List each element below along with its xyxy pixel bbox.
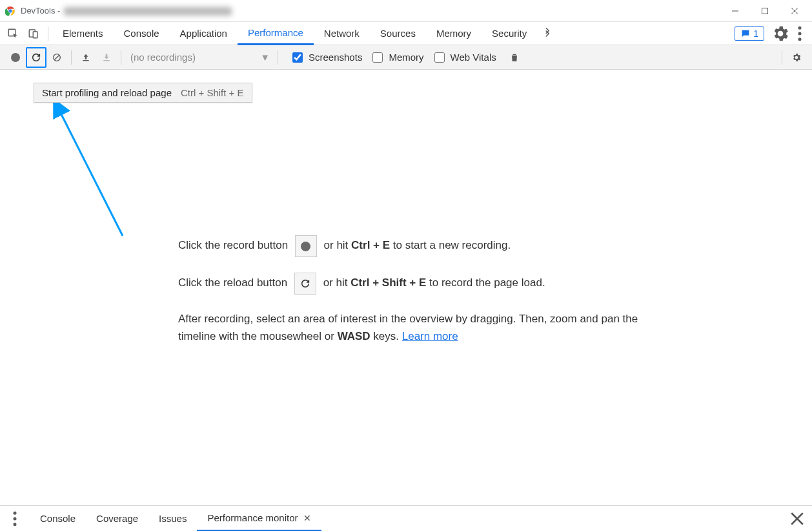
inline-reload-icon [294,273,316,295]
tooltip-text: Start profiling and reload page [42,87,172,98]
load-profile-button[interactable] [76,47,96,68]
kbd-ctrl-e: Ctrl + E [351,239,390,251]
screenshots-label: Screenshots [309,52,362,63]
tab-elements[interactable]: Elements [52,22,114,45]
inline-record-icon [295,235,317,257]
performance-panel-content: Click the record button or hit Ctrl + E … [0,70,812,505]
window-close-button[interactable] [780,1,809,21]
kebab-menu-icon[interactable] [790,24,809,43]
svg-point-6 [798,26,802,29]
memory-label: Memory [389,52,423,63]
window-title: DevTools - [21,6,232,16]
svg-point-12 [14,517,17,520]
save-profile-button[interactable] [96,47,117,68]
instructions: Click the record button or hit Ctrl + E … [178,235,643,360]
drawer-kebab-icon[interactable] [5,509,25,528]
instruction-zoom: After recording, select an area of inter… [178,310,643,345]
drawer-tab-performance-monitor[interactable]: Performance monitor ✕ [197,506,321,531]
web-vitals-label: Web Vitals [451,52,496,63]
svg-rect-2 [762,8,768,14]
close-drawer-button[interactable] [787,509,807,528]
issues-count: 1 [753,28,758,39]
memory-checkbox[interactable]: Memory [370,50,423,65]
inspect-element-icon[interactable] [3,23,23,44]
tab-sources[interactable]: Sources [370,22,426,45]
tab-memory[interactable]: Memory [426,22,482,45]
more-tabs-icon[interactable] [537,23,558,44]
clear-button[interactable] [46,47,67,68]
garbage-collect-button[interactable] [504,47,525,68]
reload-tooltip: Start profiling and reload page Ctrl + S… [34,83,252,103]
window-titlebar: DevTools - [0,0,812,22]
svg-point-11 [14,511,17,514]
screenshots-checkbox[interactable]: Screenshots [290,50,362,65]
svg-point-1 [8,9,12,13]
svg-point-13 [14,523,17,526]
drawer-tab-coverage[interactable]: Coverage [86,506,148,532]
tab-security[interactable]: Security [482,22,537,45]
record-button[interactable] [5,47,26,68]
chrome-logo-icon [5,6,15,16]
drawer-tab-label: Performance monitor [207,512,298,523]
performance-toolbar: (no recordings) ▼ Screenshots Memory Web… [0,45,812,70]
dropdown-triangle-icon: ▼ [260,52,270,63]
window-maximize-button[interactable] [750,1,780,21]
close-tab-icon[interactable]: ✕ [303,513,311,523]
kbd-wasd: WASD [338,330,370,342]
kbd-ctrl-shift-e: Ctrl + Shift + E [350,276,426,289]
svg-point-8 [798,37,802,41]
separator [71,50,72,65]
svg-point-7 [798,32,802,35]
separator [48,26,48,41]
tab-application[interactable]: Application [170,22,238,45]
recordings-label: (no recordings) [130,52,196,63]
recordings-dropdown[interactable]: (no recordings) ▼ [125,52,274,63]
devtools-tabs: Elements Console Application Performance… [0,22,812,45]
window-minimize-button[interactable] [720,1,750,21]
tab-console[interactable]: Console [114,22,170,45]
tooltip-shortcut: Ctrl + Shift + E [181,87,244,98]
web-vitals-checkbox-input[interactable] [434,52,445,63]
separator [121,50,121,65]
tab-network[interactable]: Network [314,22,370,45]
instruction-record: Click the record button or hit Ctrl + E … [178,235,643,257]
tab-performance[interactable]: Performance [238,22,314,45]
settings-icon[interactable] [771,24,790,43]
separator [782,50,782,65]
memory-checkbox-input[interactable] [372,52,383,63]
reload-profile-button[interactable] [26,47,46,68]
issues-badge[interactable]: 1 [735,26,764,41]
drawer-tab-issues[interactable]: Issues [148,506,197,532]
toggle-device-icon[interactable] [23,23,44,44]
web-vitals-checkbox[interactable]: Web Vitals [432,50,496,65]
instruction-reload: Click the reload button or hit Ctrl + Sh… [178,273,643,295]
separator [278,50,278,65]
learn-more-link[interactable]: Learn more [402,330,458,342]
svg-rect-5 [33,32,37,38]
drawer-tabs: Console Coverage Issues Performance moni… [0,505,812,531]
capture-settings-icon[interactable] [786,47,807,68]
screenshots-checkbox-input[interactable] [292,52,303,63]
drawer-tab-console[interactable]: Console [30,506,86,532]
